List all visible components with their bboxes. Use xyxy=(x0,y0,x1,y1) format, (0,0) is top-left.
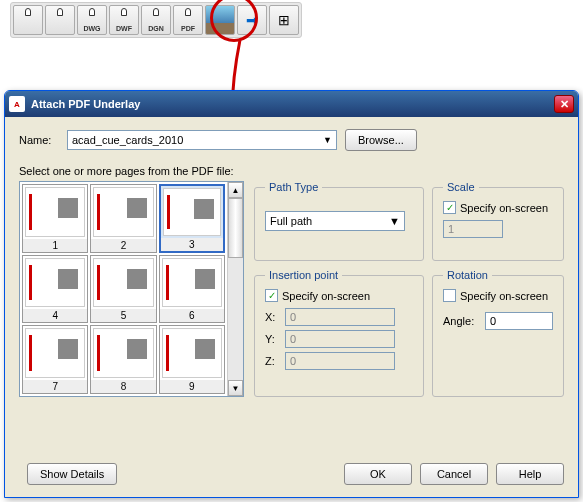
scale-specify-checkbox[interactable]: ✓ xyxy=(443,201,456,214)
thumbnail-page-4[interactable]: 4 xyxy=(22,255,88,324)
rotation-specify-checkbox[interactable] xyxy=(443,289,456,302)
insertion-specify-checkbox[interactable]: ✓ xyxy=(265,289,278,302)
titlebar-icon: A xyxy=(9,96,25,112)
x-input xyxy=(285,308,395,326)
name-label: Name: xyxy=(19,134,59,146)
image-icon[interactable] xyxy=(205,5,235,35)
thumbnail-number: 4 xyxy=(23,309,87,322)
angle-input[interactable] xyxy=(485,312,553,330)
attach-pdf-dialog: A Attach PDF Underlay ✕ Name: acad_cue_c… xyxy=(4,90,579,498)
path-type-select[interactable]: Full path ▼ xyxy=(265,211,405,231)
ok-button[interactable]: OK xyxy=(344,463,412,485)
dwg-icon[interactable]: DWG xyxy=(77,5,107,35)
thumbnail-page-1[interactable]: 1 xyxy=(22,184,88,253)
rotation-fieldset: Rotation Specify on-screen Angle: xyxy=(432,269,564,397)
scale-input xyxy=(443,220,503,238)
thumbnail-number: 1 xyxy=(23,239,87,252)
y-input xyxy=(285,330,395,348)
select-pages-label: Select one or more pages from the PDF fi… xyxy=(19,165,564,177)
thumbnail-number: 6 xyxy=(160,309,224,322)
insertion-point-fieldset: Insertion point ✓ Specify on-screen X: Y… xyxy=(254,269,424,397)
thumbnail-number: 7 xyxy=(23,380,87,393)
help-button[interactable]: Help xyxy=(496,463,564,485)
scrollbar[interactable]: ▲ ▼ xyxy=(227,182,243,396)
toolbar: DWG DWF DGN PDF xyxy=(10,2,302,38)
chevron-down-icon: ▼ xyxy=(389,215,400,227)
thumbnail-number: 8 xyxy=(91,380,155,393)
grid-icon[interactable] xyxy=(269,5,299,35)
thumbnail-page-8[interactable]: 8 xyxy=(90,325,156,394)
cancel-button[interactable]: Cancel xyxy=(420,463,488,485)
browse-button[interactable]: Browse... xyxy=(345,129,417,151)
attach-icon[interactable] xyxy=(13,5,43,35)
thumbnail-number: 2 xyxy=(91,239,155,252)
scroll-thumb[interactable] xyxy=(228,198,243,258)
dgn-icon[interactable]: DGN xyxy=(141,5,171,35)
thumbnail-page-3[interactable]: 3 xyxy=(159,184,225,253)
chevron-down-icon: ▼ xyxy=(323,135,332,145)
z-input xyxy=(285,352,395,370)
thumbnail-panel: 123456789 ▲ ▼ xyxy=(19,181,244,397)
thumbnail-number: 5 xyxy=(91,309,155,322)
pdf-icon[interactable]: PDF xyxy=(173,5,203,35)
thumbnail-number: 3 xyxy=(161,238,223,251)
thumbnail-page-2[interactable]: 2 xyxy=(90,184,156,253)
show-details-button[interactable]: Show Details xyxy=(27,463,117,485)
scroll-down-button[interactable]: ▼ xyxy=(228,380,243,396)
thumbnail-page-7[interactable]: 7 xyxy=(22,325,88,394)
thumbnail-number: 9 xyxy=(160,380,224,393)
name-select[interactable]: acad_cue_cards_2010 ▼ xyxy=(67,130,337,150)
dwf-icon[interactable]: DWF xyxy=(109,5,139,35)
close-button[interactable]: ✕ xyxy=(554,95,574,113)
titlebar[interactable]: A Attach PDF Underlay ✕ xyxy=(5,91,578,117)
scale-fieldset: Scale ✓ Specify on-screen xyxy=(432,181,564,261)
arrow-icon[interactable] xyxy=(237,5,267,35)
dialog-title: Attach PDF Underlay xyxy=(31,98,140,110)
path-type-fieldset: Path Type Full path ▼ xyxy=(254,181,424,261)
scroll-up-button[interactable]: ▲ xyxy=(228,182,243,198)
thumbnail-page-6[interactable]: 6 xyxy=(159,255,225,324)
clip-icon[interactable] xyxy=(45,5,75,35)
thumbnail-page-9[interactable]: 9 xyxy=(159,325,225,394)
thumbnail-page-5[interactable]: 5 xyxy=(90,255,156,324)
